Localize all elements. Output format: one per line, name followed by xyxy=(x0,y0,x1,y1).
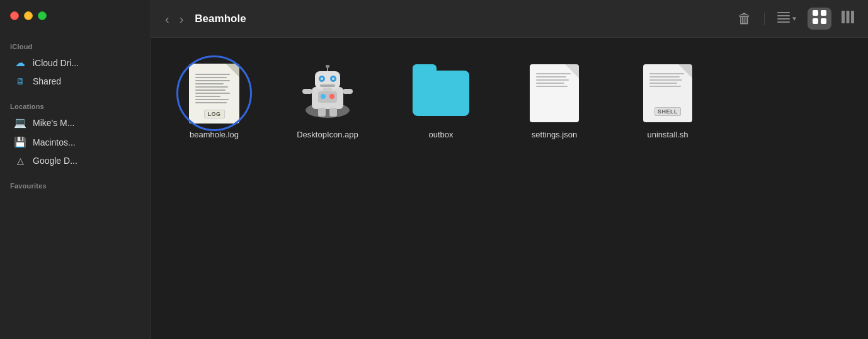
file-item-settings-json[interactable]: settings.json xyxy=(517,57,592,144)
file-item-outbox[interactable]: outbox xyxy=(403,57,479,144)
file-icon-wrap xyxy=(296,62,359,125)
file-name-label: outbox xyxy=(428,130,453,139)
svg-point-19 xyxy=(332,78,334,80)
sidebar-item-macintosh[interactable]: 💾 Macintos... xyxy=(4,133,147,151)
sh-line xyxy=(649,76,680,78)
file-name-label: settings.json xyxy=(532,130,577,139)
google-drive-icon: △ xyxy=(14,156,26,166)
toolbar: ‹ › Beamhole 🗑 ▼ xyxy=(151,0,868,38)
traffic-lights xyxy=(10,11,47,20)
log-line xyxy=(195,93,230,94)
svg-rect-25 xyxy=(302,89,312,94)
list-view-button[interactable]: ▼ xyxy=(774,9,801,28)
svg-point-23 xyxy=(321,94,326,99)
log-line xyxy=(195,80,230,81)
svg-rect-0 xyxy=(777,12,790,13)
log-file-icon: LOG xyxy=(189,64,239,124)
log-line xyxy=(195,77,227,78)
list-icon xyxy=(777,11,790,26)
file-icon-wrap xyxy=(523,62,586,125)
main-content: ‹ › Beamhole 🗑 ▼ xyxy=(151,0,868,339)
file-item-uninstall-sh[interactable]: SHELL uninstall.sh xyxy=(630,57,705,144)
svg-rect-10 xyxy=(851,11,854,23)
nav-buttons: ‹ › xyxy=(161,10,187,28)
forward-button[interactable]: › xyxy=(176,10,188,28)
json-line xyxy=(536,76,566,78)
svg-rect-1 xyxy=(777,15,790,16)
svg-point-18 xyxy=(321,78,323,80)
file-name-label: DesktopIcon.app xyxy=(297,130,358,139)
grid-icon xyxy=(813,10,826,27)
json-line xyxy=(536,73,571,74)
log-line xyxy=(195,99,229,100)
svg-point-24 xyxy=(329,94,334,99)
column-view-button[interactable] xyxy=(838,8,858,29)
file-item-beamhole-log[interactable]: LOG beamhole.log xyxy=(176,57,252,144)
json-line xyxy=(536,83,564,84)
svg-rect-28 xyxy=(329,108,337,117)
svg-rect-27 xyxy=(318,108,326,117)
sidebar-item-icloud-drive[interactable]: ☁ iCloud Dri... xyxy=(4,54,147,72)
svg-rect-6 xyxy=(813,18,818,24)
sidebar: iCloud ☁ iCloud Dri... 🖥 Shared Location… xyxy=(0,0,151,339)
file-grid: LOG beamhole.log xyxy=(151,38,868,339)
column-icon xyxy=(842,11,854,26)
log-line xyxy=(195,86,228,88)
shell-file-icon: SHELL xyxy=(643,64,692,122)
svg-rect-3 xyxy=(777,21,790,23)
icloud-section-label: iCloud xyxy=(0,38,151,53)
log-icon-lines xyxy=(195,74,233,103)
svg-rect-26 xyxy=(343,89,353,94)
grid-view-button[interactable] xyxy=(808,8,831,30)
folder-file-icon xyxy=(413,71,469,116)
json-line xyxy=(536,79,569,81)
sh-line xyxy=(649,79,682,81)
log-line xyxy=(195,96,220,97)
file-icon-wrap xyxy=(409,62,472,125)
file-name-label: beamhole.log xyxy=(190,130,239,139)
file-name-label: uninstall.sh xyxy=(647,130,688,139)
json-line xyxy=(536,86,568,87)
sh-lines xyxy=(649,73,684,87)
shared-icon: 🖥 xyxy=(14,76,26,86)
back-button[interactable]: ‹ xyxy=(161,10,173,28)
laptop-icon: 💻 xyxy=(14,117,26,129)
json-lines xyxy=(536,73,571,87)
sidebar-item-label: Macintos... xyxy=(33,137,76,147)
svg-rect-2 xyxy=(777,18,790,20)
log-line xyxy=(195,102,227,103)
robot-svg xyxy=(299,65,356,122)
sidebar-item-label: Google D... xyxy=(33,156,77,166)
json-file-icon xyxy=(530,64,579,122)
sidebar-item-label: iCloud Dri... xyxy=(33,58,79,68)
delete-button[interactable]: 🗑 xyxy=(734,8,755,30)
list-dropdown-icon: ▼ xyxy=(791,15,797,22)
file-item-desktopicon-app[interactable]: DesktopIcon.app xyxy=(290,57,365,144)
locations-section-label: Locations xyxy=(0,98,151,113)
svg-rect-4 xyxy=(813,10,818,16)
svg-rect-20 xyxy=(320,84,335,87)
log-line xyxy=(195,89,226,91)
svg-rect-8 xyxy=(842,11,845,23)
disk-icon: 💾 xyxy=(14,136,26,148)
log-line xyxy=(195,83,224,84)
svg-rect-21 xyxy=(323,88,332,91)
sidebar-item-label: Mike's M... xyxy=(33,118,74,128)
sidebar-item-shared[interactable]: 🖥 Shared xyxy=(4,73,147,89)
svg-rect-9 xyxy=(847,11,850,23)
file-icon-wrap: LOG xyxy=(183,62,246,125)
minimize-button[interactable] xyxy=(24,11,33,20)
sh-line xyxy=(649,86,681,87)
close-button[interactable] xyxy=(10,11,19,20)
app-file-icon xyxy=(299,65,356,122)
trash-icon: 🗑 xyxy=(738,11,751,27)
svg-rect-5 xyxy=(821,10,826,16)
sidebar-item-mikes-mac[interactable]: 💻 Mike's M... xyxy=(4,113,147,132)
favourites-section-label: Favourites xyxy=(0,177,151,192)
sidebar-item-google-drive[interactable]: △ Google D... xyxy=(4,152,147,169)
sh-line xyxy=(649,83,677,84)
maximize-button[interactable] xyxy=(38,11,47,20)
toolbar-title: Beamhole xyxy=(195,13,726,25)
shell-badge: SHELL xyxy=(654,107,681,116)
sidebar-item-label: Shared xyxy=(33,76,61,86)
